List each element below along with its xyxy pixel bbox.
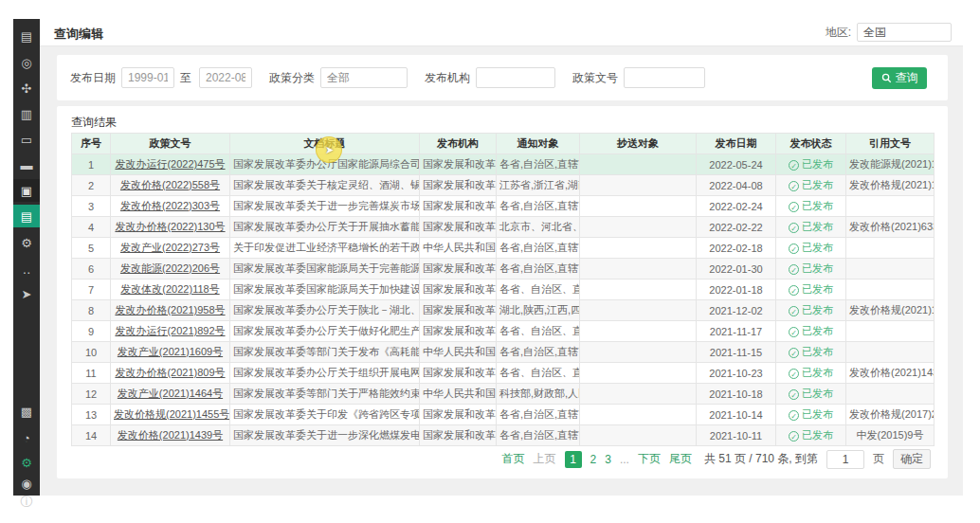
doc-no-link[interactable]: 发改价格规(2021)1455号 [111, 405, 230, 425]
table-row[interactable]: 5发改产业(2022)273号关于印发促进工业经济平稳增长的若干政策的通知中华人… [72, 238, 935, 259]
image-icon[interactable]: ▩ [13, 400, 40, 423]
table-row[interactable]: 14发改价格(2021)1439号国家发展改革委关于进一步深化燃煤发电上网电价市… [72, 425, 935, 446]
doc-no-link[interactable]: 发改体改(2022)118号 [111, 280, 230, 300]
doc-no-anchor[interactable]: 发改办价格(2022)130号 [115, 221, 225, 232]
folder-open-icon[interactable]: ▬ [13, 153, 40, 176]
cited-cell [846, 280, 935, 300]
doc-no-link[interactable]: 发改价格(2022)558号 [111, 175, 230, 196]
help-icon[interactable]: ⓘ [13, 491, 40, 514]
doc-no-link[interactable]: 发改办价格(2021)958号 [111, 300, 230, 321]
doc-no-anchor[interactable]: 发改价格(2022)558号 [120, 179, 220, 190]
cc-cell [580, 384, 697, 405]
region-input[interactable] [857, 23, 952, 42]
table-row[interactable]: 8发改办价格(2021)958号国家发展改革委办公厅关于陕北－湖北、雅中－江西特… [72, 300, 935, 321]
doc-no-anchor[interactable]: 发改价格(2021)1439号 [118, 429, 223, 441]
search-icon[interactable]: ◎ [13, 51, 40, 74]
folder-icon[interactable]: ▭ [13, 128, 40, 151]
category-select[interactable] [320, 67, 408, 88]
pagination-summary: 共 51 页 / 710 条, 到第 [704, 451, 818, 467]
table-row[interactable]: 13发改价格规(2021)1455号国家发展改革委关于印发《跨省跨区专项工程输电… [72, 405, 935, 425]
cc-cell [580, 425, 697, 446]
doc-no-link[interactable]: 发改办运行(2021)892号 [111, 321, 230, 342]
doc-no-link[interactable]: 发改办价格(2022)130号 [111, 217, 230, 238]
topbar: 查询编辑 地区: [40, 19, 963, 46]
stamp-icon[interactable]: ▤ [13, 25, 40, 47]
doc-no-anchor[interactable]: 发改办价格(2021)958号 [115, 304, 225, 316]
published-check-icon: ✓ [789, 202, 799, 212]
gear-green-icon[interactable]: ⚙ [13, 451, 40, 474]
date-cell: 2021-11-17 [697, 321, 776, 342]
doc-no-link[interactable]: 发改能源(2022)206号 [111, 259, 230, 280]
doc-no-link[interactable]: 发改价格(2022)303号 [111, 196, 230, 217]
pagination-page-3[interactable]: 3 [605, 453, 611, 466]
status-cell: ✓已发布 [776, 342, 846, 363]
cc-cell [580, 280, 697, 300]
status-badge: 已发布 [802, 283, 833, 295]
cited-cell: 发改价格规(2021)1455号 [846, 300, 935, 321]
table-row[interactable]: 10发改产业(2021)1609号国家发展改革委等部门关于发布《高耗能行业重点领… [72, 342, 935, 363]
date-from-input[interactable] [121, 67, 174, 88]
table-row[interactable]: 1发改办运行(2022)475号国家发展改革委办公厅国家能源局综合司关于进一步推… [72, 154, 935, 175]
cited-cell: 发改价格(2021)633号 [846, 217, 935, 238]
doc-no-link[interactable]: 发改办价格(2021)809号 [111, 363, 230, 384]
pagination-page-current[interactable]: 1 [565, 451, 582, 468]
doc-no-anchor[interactable]: 发改办运行(2021)892号 [115, 325, 225, 336]
compass-icon[interactable]: ◔ [13, 426, 40, 449]
doc-no-link[interactable]: 发改办运行(2022)475号 [111, 154, 230, 175]
pagination-next[interactable]: 下页 [638, 451, 661, 467]
status-badge: 已发布 [802, 367, 833, 378]
table-row[interactable]: 6发改能源(2022)206号国家发展改革委国家能源局关于完善能源绿色低碳转型体… [72, 259, 935, 280]
pagination-page-2[interactable]: 2 [590, 453, 597, 466]
pagination-last[interactable]: 尾页 [669, 451, 692, 467]
cc-cell [580, 217, 697, 238]
table-row[interactable]: 4发改办价格(2022)130号国家发展改革委办公厅关于开展抽水蓄能定价成本监审… [72, 217, 935, 238]
pagination-first[interactable]: 首页 [502, 451, 525, 467]
agency-input[interactable] [476, 67, 555, 88]
doc-no-anchor[interactable]: 发改产业(2021)1609号 [118, 346, 223, 357]
doc-no-link[interactable]: 发改产业(2021)1609号 [111, 342, 230, 363]
notify-cell: 湖北,陕西,江西,四川省发展 [497, 300, 580, 321]
search-button[interactable]: 查询 [872, 67, 927, 89]
table-row[interactable]: 9发改办运行(2021)892号国家发展改革委办公厅关于做好化肥生产用煤用电用气… [72, 321, 935, 342]
table-row[interactable]: 3发改价格(2022)303号国家发展改革委关于进一步完善煤炭市场价格形成机制的… [72, 196, 935, 217]
goto-page-input[interactable] [826, 450, 864, 469]
status-cell: ✓已发布 [776, 384, 846, 405]
document-icon[interactable]: ▤ [13, 205, 40, 227]
doc-no-link[interactable]: 发改产业(2022)273号 [111, 238, 230, 259]
category-label: 政策分类 [269, 70, 315, 86]
agency-cell: 国家发展和改革委员会 [420, 196, 497, 217]
doc-search-icon[interactable]: ▥ [13, 102, 40, 125]
table-row[interactable]: 2发改价格(2022)558号国家发展改革委关于核定灵绍、酒湖、锡泰特高压直流工… [72, 175, 935, 196]
status-badge: 已发布 [802, 408, 833, 420]
doc-no-input[interactable] [624, 67, 705, 88]
doc-no-anchor[interactable]: 发改办运行(2022)475号 [115, 158, 225, 170]
archive-icon[interactable]: ▣ [13, 179, 40, 202]
table-row[interactable]: 11发改办价格(2021)809号国家发展改革委办公厅关于组织开展电网企业代理购… [72, 363, 935, 384]
doc-title: 国家发展改革委关于核定灵绍、酒湖、锡泰特高压直流工程输 [230, 175, 420, 196]
pagination-prev[interactable]: 上页 [534, 451, 556, 467]
doc-title: 国家发展改革委办公厅关于陕北－湖北、雅中－江西特高压直 [230, 300, 420, 321]
more-dots-icon[interactable]: ‥ [13, 258, 40, 280]
doc-no-anchor[interactable]: 发改产业(2022)273号 [120, 242, 220, 253]
doc-no-anchor[interactable]: 发改能源(2022)206号 [120, 262, 220, 274]
table-row[interactable]: 12发改产业(2021)1464号国家发展改革委等部门关于严格能效约束推动重点领… [72, 384, 935, 405]
date-cell: 2022-05-24 [697, 154, 776, 175]
doc-no-anchor[interactable]: 发改价格规(2021)1455号 [114, 408, 229, 420]
agency-cell: 国家发展和改革委员会;国 [420, 259, 497, 280]
table-row[interactable]: 7发改体改(2022)118号国家发展改革委国家能源局关于加快建设全国统一电力市… [72, 280, 935, 300]
doc-title: 国家发展改革委国家能源局关于加快建设全国统一电力市场体 [230, 280, 420, 300]
status-badge: 已发布 [802, 304, 833, 316]
settings-icon[interactable]: ⚙ [13, 231, 40, 254]
date-cell: 2021-10-11 [697, 425, 776, 446]
doc-no-anchor[interactable]: 发改价格(2022)303号 [120, 200, 220, 211]
date-to-input[interactable] [199, 67, 252, 88]
doc-no-link[interactable]: 发改产业(2021)1464号 [111, 384, 230, 405]
pin-icon[interactable]: ➤ [13, 282, 40, 305]
doc-no-anchor[interactable]: 发改产业(2021)1464号 [118, 388, 223, 399]
goto-confirm-button[interactable]: 确定 [893, 449, 931, 469]
doc-no-link[interactable]: 发改价格(2021)1439号 [111, 425, 230, 446]
doc-no-anchor[interactable]: 发改体改(2022)118号 [120, 283, 219, 295]
workflow-icon[interactable]: ✣ [13, 77, 40, 99]
doc-no-anchor[interactable]: 发改办价格(2021)809号 [115, 367, 225, 378]
doc-title: 国家发展改革委国家能源局关于完善能源绿色低碳转型体制机 [230, 259, 420, 280]
